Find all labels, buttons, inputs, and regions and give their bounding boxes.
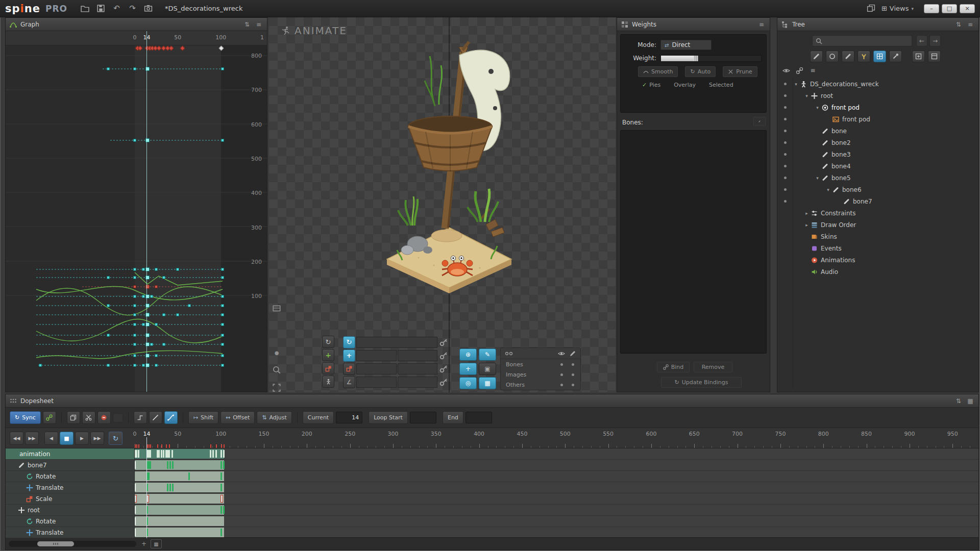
- tree-item[interactable]: bone7: [777, 195, 978, 207]
- dot-icon[interactable]: ●: [272, 350, 281, 359]
- keyframe[interactable]: [188, 472, 190, 480]
- loop-toggle-button[interactable]: ↻: [109, 432, 122, 445]
- axes-toggle-button[interactable]: ⊕: [459, 348, 477, 361]
- visibility-dot[interactable]: [777, 212, 793, 214]
- keyed-frame-diamond[interactable]: [168, 46, 174, 51]
- dopesheet-row[interactable]: Translate: [6, 527, 978, 538]
- visibility-dot[interactable]: [777, 130, 793, 132]
- viewport[interactable]: ANIMATE: [269, 17, 616, 392]
- linear-curve-button[interactable]: [149, 411, 162, 424]
- tree-item[interactable]: Animations: [777, 254, 978, 266]
- keyed-frame-diamond[interactable]: [180, 46, 185, 51]
- keyframe[interactable]: [172, 484, 174, 491]
- circle-select-button[interactable]: [826, 51, 839, 62]
- dopesheet-row-label[interactable]: Scale: [6, 493, 135, 504]
- shift-button[interactable]: ↦Shift: [188, 411, 218, 424]
- filmstrip-button[interactable]: ▦: [151, 539, 162, 548]
- weight-slider[interactable]: [660, 55, 762, 62]
- pies-checkbox[interactable]: ✓Pies: [642, 82, 660, 88]
- cut-button[interactable]: [82, 411, 95, 424]
- tree-item[interactable]: Audio: [777, 266, 978, 278]
- smooth-button[interactable]: Smooth: [638, 66, 678, 77]
- panel-sort-icon[interactable]: ⇅: [954, 397, 963, 405]
- dopesheet-row[interactable]: Scale: [6, 493, 978, 505]
- screenshot-icon[interactable]: [144, 4, 153, 13]
- zoom-icon[interactable]: [272, 365, 281, 374]
- keyed-frame-diamond-white[interactable]: [218, 46, 224, 51]
- graph-frame-ruler[interactable]: 014501001: [6, 31, 267, 45]
- keyed-frame-diamond[interactable]: [138, 46, 143, 51]
- h-scrollbar-track[interactable]: [9, 541, 136, 547]
- panel-sort-icon[interactable]: ⇅: [243, 21, 251, 28]
- expander-icon[interactable]: ▾: [793, 82, 799, 87]
- last-frame-button[interactable]: ▶▶: [25, 432, 39, 445]
- dopesheet-row[interactable]: Rotate: [6, 471, 978, 482]
- auto-button[interactable]: ↻Auto: [685, 66, 716, 77]
- visibility-dot[interactable]: [777, 94, 793, 97]
- storyboard-icon[interactable]: [272, 304, 281, 313]
- search-prev-button[interactable]: ←: [916, 35, 927, 46]
- keyframe[interactable]: [172, 461, 174, 469]
- search-next-button[interactable]: →: [929, 35, 941, 46]
- tree-item[interactable]: ▾front pod: [777, 102, 978, 113]
- timeline-ruler[interactable]: 0501001502002503003504004505005506006507…: [6, 428, 978, 448]
- keyframe[interactable]: [220, 529, 222, 536]
- zoom-in-button[interactable]: +: [139, 540, 149, 548]
- weights-panel-header[interactable]: Weights ≡: [617, 18, 770, 31]
- visibility-dot[interactable]: [777, 270, 793, 273]
- visibility-dot[interactable]: [777, 235, 793, 238]
- keyframe[interactable]: [223, 461, 225, 469]
- keyframe[interactable]: [168, 450, 170, 458]
- dopesheet-row-label[interactable]: animation: [6, 448, 135, 459]
- keyframe[interactable]: [169, 484, 171, 491]
- keyframe[interactable]: [220, 461, 222, 469]
- views-menu[interactable]: ⊞ Views ▾: [881, 5, 914, 12]
- mode-dropdown[interactable]: ⇄ Direct: [660, 40, 712, 50]
- panel-menu-icon[interactable]: ≡: [966, 21, 974, 28]
- tree-item[interactable]: ▾DS_decorations_wreck: [777, 78, 978, 90]
- expander-icon[interactable]: ▾: [803, 93, 810, 98]
- visibility-dot[interactable]: [777, 259, 793, 261]
- dopesheet-row-label[interactable]: Translate: [6, 482, 135, 493]
- translate-tool-button[interactable]: +: [322, 349, 334, 361]
- selected-toggle[interactable]: Selected: [709, 82, 733, 88]
- visibility-dot[interactable]: [777, 200, 793, 203]
- mode-indicator[interactable]: ANIMATE: [281, 24, 347, 37]
- translate-key-icon[interactable]: [439, 351, 448, 360]
- dopesheet-playhead[interactable]: [146, 437, 147, 538]
- rotate-value-field[interactable]: [356, 337, 437, 348]
- copy-button[interactable]: [67, 411, 80, 424]
- dopesheet-row[interactable]: animation: [6, 448, 978, 460]
- loop-start-button[interactable]: Loop Start: [369, 411, 408, 424]
- adjust-button[interactable]: ⇅Adjust: [257, 411, 292, 424]
- keyframe[interactable]: [158, 450, 160, 458]
- visibility-dot[interactable]: [777, 141, 793, 144]
- graph-playhead[interactable]: [146, 31, 147, 392]
- tree-item[interactable]: ▸Draw Order: [777, 219, 978, 231]
- shear-x-field[interactable]: [356, 377, 397, 388]
- visibility-row[interactable]: Bones: [501, 359, 580, 369]
- keyframe[interactable]: [169, 461, 171, 469]
- tree-item[interactable]: bone3: [777, 148, 978, 160]
- keyframe[interactable]: [138, 450, 139, 458]
- dopesheet-panel-header[interactable]: Dopesheet ⇅ ▦: [6, 394, 978, 408]
- visibility-dot[interactable]: [777, 153, 793, 156]
- bones-brush-button[interactable]: [753, 117, 766, 126]
- rotate-key-icon[interactable]: [439, 338, 448, 347]
- translate-y-field[interactable]: [398, 350, 438, 361]
- scale-y-field[interactable]: [398, 363, 438, 374]
- tools-button[interactable]: [889, 51, 902, 62]
- scale-tool-button[interactable]: [322, 362, 334, 374]
- keyframe[interactable]: [148, 472, 150, 480]
- current-frame-field[interactable]: [336, 412, 362, 423]
- overlay-toggle-button[interactable]: ▦: [479, 377, 496, 389]
- expander-icon[interactable]: ▾: [825, 187, 831, 192]
- h-scrollbar-thumb[interactable]: [37, 541, 74, 546]
- expander-icon[interactable]: ▸: [803, 211, 810, 216]
- stop-button[interactable]: ■: [60, 432, 74, 445]
- delete-key-button[interactable]: [97, 411, 111, 424]
- prune-button[interactable]: Prune: [723, 66, 757, 77]
- windows-icon[interactable]: [867, 4, 875, 13]
- rotate-tool-button[interactable]: ↻: [322, 336, 334, 348]
- tree-item[interactable]: bone4: [777, 160, 978, 172]
